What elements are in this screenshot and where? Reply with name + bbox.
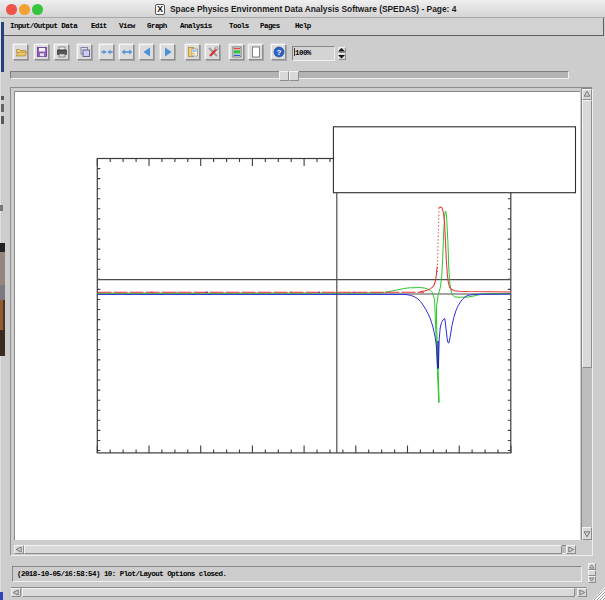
svg-text:?: ? <box>276 48 281 57</box>
